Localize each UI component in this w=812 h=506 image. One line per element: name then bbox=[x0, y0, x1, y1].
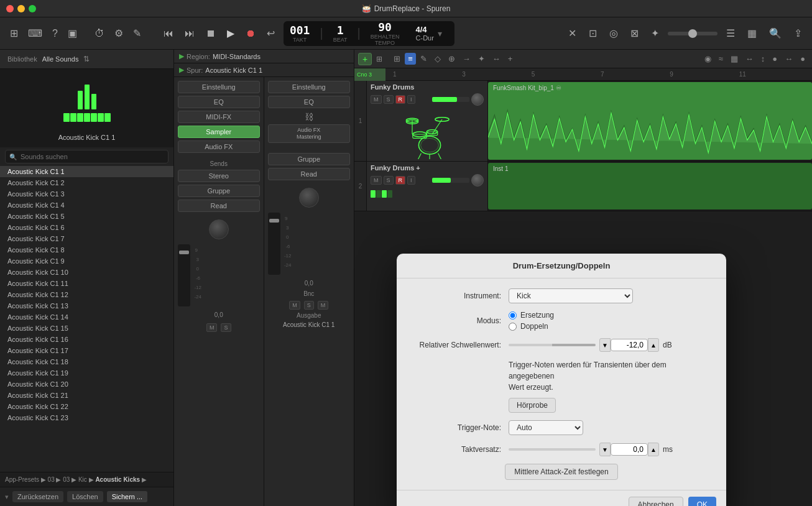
dot-btn2[interactable]: ● bbox=[797, 53, 808, 65]
stepper-up[interactable]: ▲ bbox=[648, 338, 659, 352]
ok-button[interactable]: OK bbox=[688, 497, 716, 506]
star-icon[interactable]: ✦ bbox=[647, 25, 663, 42]
sound-item-11[interactable]: Acoustic Kick C1 11 bbox=[0, 278, 173, 289]
sound-item-5[interactable]: Acoustic Kick C1 5 bbox=[0, 211, 173, 222]
pencil-button[interactable]: ✎ bbox=[129, 25, 145, 42]
zurucksetzen-button[interactable]: Zurücksetzen bbox=[12, 491, 63, 502]
taktversatz-down[interactable]: ▼ bbox=[599, 443, 611, 456]
wave-btn[interactable]: ≈ bbox=[716, 53, 726, 65]
plus-btn[interactable]: + bbox=[505, 53, 516, 65]
hscroll-btn[interactable]: ↔ bbox=[742, 53, 757, 65]
schwellenwert-stepper[interactable]: ▼ ▲ bbox=[599, 338, 659, 352]
stepper-down[interactable]: ▼ bbox=[599, 338, 611, 352]
modus-doppeln[interactable]: Doppeln bbox=[509, 322, 714, 331]
takt-section[interactable]: 001 TAKT bbox=[290, 24, 310, 43]
right-pan-knob[interactable] bbox=[299, 188, 319, 208]
modus-ersetzung[interactable]: Ersetzung bbox=[509, 311, 714, 320]
einstellung-btn-left[interactable]: Einstellung bbox=[178, 81, 260, 93]
sound-item-3[interactable]: Acoustic Kick C1 3 bbox=[0, 188, 173, 200]
grid-icon[interactable]: ▦ bbox=[744, 25, 760, 42]
gruppe-btn-left[interactable]: Gruppe bbox=[178, 185, 260, 197]
hscroll-btn2[interactable]: ↔ bbox=[782, 53, 796, 65]
library-icons[interactable]: ⊞ ⌨ ? ▣ bbox=[6, 25, 81, 42]
track-2-pan[interactable] bbox=[471, 174, 484, 186]
sound-item-19[interactable]: Acoustic Kick C1 19 bbox=[0, 367, 173, 379]
track-1-r[interactable]: R bbox=[395, 95, 406, 104]
track-2-m[interactable]: M bbox=[371, 176, 382, 185]
m-btn-left[interactable]: M bbox=[206, 323, 218, 332]
track-expand-icon[interactable]: ▶ bbox=[179, 66, 184, 74]
eq-btn-left[interactable]: EQ bbox=[178, 96, 260, 108]
track-1-pan[interactable] bbox=[471, 93, 484, 106]
taktversatz-input[interactable] bbox=[611, 443, 648, 456]
dropdown-icon[interactable]: ▾ bbox=[5, 493, 9, 501]
time-signature[interactable]: 4/4 C-Dur ▾ bbox=[410, 21, 448, 46]
sound-item-10[interactable]: Acoustic Kick C1 10 bbox=[0, 267, 173, 278]
loschen-button[interactable]: Löschen bbox=[67, 491, 103, 502]
modus-doppeln-radio[interactable] bbox=[509, 323, 517, 331]
grid-btn-r[interactable]: ▦ bbox=[727, 53, 741, 65]
settings-icon[interactable]: ◎ bbox=[606, 25, 622, 42]
export-icon[interactable]: ⊠ bbox=[627, 25, 642, 42]
metronome-button[interactable]: ⏱ bbox=[91, 25, 108, 42]
all-sounds-button[interactable]: Alle Sounds bbox=[42, 55, 79, 63]
sampler-btn[interactable]: Sampler bbox=[178, 126, 260, 138]
sound-item-12[interactable]: Acoustic Kick C1 12 bbox=[0, 289, 173, 300]
share-icon[interactable]: ⇪ bbox=[790, 25, 806, 42]
track-2-waveform[interactable]: Inst 1 bbox=[488, 163, 812, 209]
right-fader-track[interactable]: 9 3 0 -6 -12 -24 bbox=[268, 213, 280, 275]
sound-item-13[interactable]: Acoustic Kick C1 13 bbox=[0, 300, 173, 311]
track-2-i[interactable]: I bbox=[407, 176, 415, 185]
schwellenwert-input[interactable] bbox=[611, 339, 648, 351]
resize-btn[interactable]: ↔ bbox=[489, 53, 504, 65]
pencil-view-btn[interactable]: ✎ bbox=[417, 53, 430, 65]
left-pan-knob[interactable] bbox=[209, 219, 229, 239]
audiofx-mastering-btn[interactable]: Audio FX Mastering bbox=[268, 124, 351, 143]
sound-item-14[interactable]: Acoustic Kick C1 14 bbox=[0, 311, 173, 323]
track-2-s[interactable]: S bbox=[384, 176, 394, 185]
tempo-section[interactable]: 90 Behalten TEMPO bbox=[371, 21, 400, 46]
mixer-button[interactable]: ⚙ bbox=[111, 25, 127, 42]
arrow-btn[interactable]: → bbox=[459, 53, 474, 65]
gruppe-btn-right[interactable]: Gruppe bbox=[268, 153, 351, 165]
rewind-button[interactable]: ⏮ bbox=[160, 25, 177, 42]
window-controls[interactable] bbox=[6, 5, 36, 12]
stop-button[interactable]: ⏹ bbox=[202, 25, 219, 42]
dot-btn1[interactable]: ● bbox=[769, 53, 780, 65]
mittlere-button[interactable]: Mittlere Attack-Zeit festlegen bbox=[505, 464, 617, 480]
diamond-btn[interactable]: ◇ bbox=[431, 53, 444, 65]
cycle-button[interactable]: ↩ bbox=[263, 25, 279, 42]
record-button[interactable]: ⏺ bbox=[242, 25, 259, 42]
track-1-waveform[interactable]: FunkSmash Kit_bip_1 ♾ bbox=[488, 82, 812, 160]
sound-item-20[interactable]: Acoustic Kick C1 20 bbox=[0, 379, 173, 390]
track-2-r[interactable]: R bbox=[395, 176, 406, 185]
sort-icon[interactable]: ⇅ bbox=[83, 55, 90, 63]
help-button[interactable]: ? bbox=[48, 25, 62, 42]
minimize-button[interactable] bbox=[17, 5, 25, 12]
einstellung-btn-right[interactable]: Einstellung bbox=[268, 81, 351, 93]
read-btn-right[interactable]: Read bbox=[268, 168, 351, 180]
track-1-m[interactable]: M bbox=[371, 95, 382, 104]
takt-value[interactable]: 001 bbox=[290, 24, 310, 37]
sound-item-2[interactable]: Acoustic Kick C1 2 bbox=[0, 177, 173, 188]
right-fader-handle[interactable] bbox=[269, 219, 279, 223]
sound-item-21[interactable]: Acoustic Kick C1 21 bbox=[0, 390, 173, 401]
left-fader-handle[interactable] bbox=[179, 251, 189, 254]
star-btn[interactable]: ✦ bbox=[475, 53, 488, 65]
close-button[interactable] bbox=[6, 5, 14, 12]
sound-item-4[interactable]: Acoustic Kick C1 4 bbox=[0, 200, 173, 211]
s-btn-right[interactable]: S bbox=[304, 301, 314, 310]
beat-value[interactable]: 1 bbox=[337, 24, 344, 37]
sound-item-22[interactable]: Acoustic Kick C1 22 bbox=[0, 401, 173, 412]
cancel-button[interactable]: Abbrechen bbox=[629, 497, 683, 506]
list-icon[interactable]: ☰ bbox=[722, 25, 739, 42]
modus-ersetzung-radio[interactable] bbox=[509, 311, 517, 320]
eq-btn-right[interactable]: EQ bbox=[268, 96, 351, 108]
grid-view-btn[interactable]: ⊞ bbox=[390, 53, 404, 65]
read-btn-left[interactable]: Read bbox=[178, 200, 260, 212]
instrument-select[interactable]: Kick bbox=[509, 288, 633, 303]
play-button[interactable]: ▶ bbox=[223, 25, 238, 42]
tempo-value[interactable]: 90 bbox=[378, 21, 392, 34]
crosshair-btn[interactable]: ⊕ bbox=[445, 53, 458, 65]
sound-item-7[interactable]: Acoustic Kick C1 7 bbox=[0, 233, 173, 244]
